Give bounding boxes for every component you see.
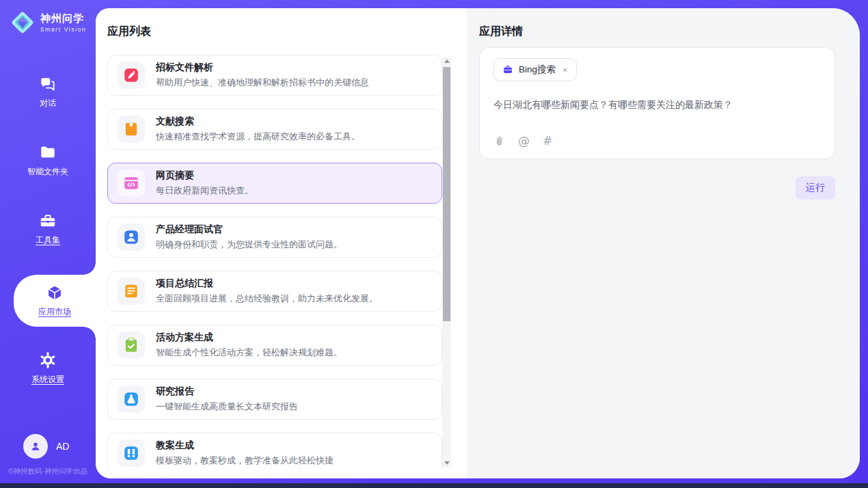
query-text[interactable]: 今日湖北有哪些新闻要点？有哪些需要关注的最新政策？ [493, 99, 821, 111]
research-icon [118, 385, 145, 413]
report-note-icon [118, 277, 145, 305]
app-card-lesson-plan[interactable]: 教案生成 模板驱动，教案秒成，教学准备从此轻松快捷 [107, 433, 442, 470]
sidebar-item-label: 工具集 [36, 234, 60, 246]
sidebar-item-label: 对话 [40, 98, 56, 109]
app-list-title: 应用列表 [107, 25, 467, 39]
cube-icon [46, 284, 64, 301]
app-card-desc: 模板驱动，教案秒成，教学准备从此轻松快捷 [156, 455, 334, 467]
briefcase-icon [502, 64, 513, 75]
folder-icon [39, 144, 57, 161]
app-card-literature-search[interactable]: 文献搜索 快速精准查找学术资源，提高研究效率的必备工具。 [107, 109, 442, 150]
chat-icon [39, 75, 57, 93]
interviewer-icon [118, 223, 145, 251]
sidebar: 神州问学 Smart Vision 对话 智能文件夹 工具集 应用市场 系统设置… [0, 0, 96, 483]
sidebar-item-label: 智能文件夹 [27, 166, 68, 178]
scrollbar[interactable] [442, 57, 451, 467]
prompt-input-card[interactable]: Bing搜索 × 今日湖北有哪些新闻要点？有哪些需要关注的最新政策？ @ # [479, 47, 835, 159]
scrollbar-thumb[interactable] [443, 67, 450, 321]
sidebar-item-label: 系统设置 [31, 374, 64, 385]
app-card-title: 网页摘要 [156, 170, 254, 182]
books-icon [118, 439, 145, 467]
close-icon[interactable]: × [562, 66, 568, 74]
avatar [23, 434, 48, 459]
sidebar-item-app-market[interactable]: 应用市场 [14, 275, 96, 327]
paperclip-icon[interactable] [493, 135, 505, 147]
app-cards: 招标文件解析 帮助用户快速、准确地理解和解析招标书中的关键信息 文献搜索 快速精… [107, 55, 442, 470]
brand: 神州问学 Smart Vision [0, 0, 96, 36]
toolbox-icon [39, 212, 57, 230]
run-button[interactable]: 运行 [796, 176, 835, 200]
app-card-desc: 智能生成个性化活动方案，轻松解决规划难题。 [156, 347, 342, 359]
app-detail-panel: 应用详情 Bing搜索 × 今日湖北有哪些新闻要点？有哪些需要关注的最新政策？ [467, 8, 860, 478]
app-card-desc: 帮助用户快速、准确地理解和解析招标书中的关键信息 [156, 77, 369, 89]
sidebar-item-label: 应用市场 [38, 306, 71, 318]
app-card-title: 研究报告 [156, 385, 298, 398]
book-icon [118, 116, 145, 143]
brand-subtitle: Smart Vision [40, 26, 86, 33]
app-card-title: 文献搜索 [156, 116, 360, 128]
sidebar-item-chat[interactable]: 对话 [0, 70, 96, 115]
app-card-web-summary[interactable]: 网页摘要 每日政府新闻资讯快查。 [107, 163, 442, 204]
app-card-desc: 明确身份和职责，为您提供专业性的面试问题。 [156, 239, 342, 251]
triangle-down-icon [444, 461, 450, 465]
tool-chip-bing-search[interactable]: Bing搜索 × [493, 58, 577, 81]
hash-icon[interactable]: # [543, 134, 552, 148]
sidebar-footer-credit: ©神州数码·神州问学出品 [0, 467, 96, 483]
input-toolbar: @ # [493, 134, 821, 148]
tool-chip-label: Bing搜索 [519, 64, 556, 76]
mention-icon[interactable]: @ [518, 134, 530, 148]
sidebar-item-smart-folders[interactable]: 智能文件夹 [0, 138, 96, 183]
app-card-bid-doc-parse[interactable]: 招标文件解析 帮助用户快速、准确地理解和解析招标书中的关键信息 [107, 55, 442, 96]
app-detail-title: 应用详情 [479, 25, 835, 39]
brand-logo-diamond-icon [10, 10, 36, 36]
app-card-event-plan[interactable]: 活动方案生成 智能生成个性化活动方案，轻松解决规划难题。 [107, 325, 442, 366]
app-card-pm-interviewer[interactable]: 产品经理面试官 明确身份和职责，为您提供专业性的面试问题。 [107, 217, 442, 258]
edit-doc-icon [118, 62, 145, 89]
app-list-panel: 应用列表 招标文件解析 帮助用户快速、准确地理解和解析招标书中的关键信息 文献搜… [96, 8, 467, 478]
scrollbar-down-button[interactable] [442, 459, 451, 467]
app-card-desc: 快速精准查找学术资源，提高研究效率的必备工具。 [156, 131, 360, 143]
user-initials: AD [56, 441, 69, 452]
content-shell: 应用列表 招标文件解析 帮助用户快速、准确地理解和解析招标书中的关键信息 文献搜… [96, 8, 860, 478]
sidebar-item-toolset[interactable]: 工具集 [0, 206, 96, 252]
app-card-title: 产品经理面试官 [156, 223, 342, 236]
app-card-title: 招标文件解析 [156, 62, 369, 74]
app-card-title: 项目总结汇报 [156, 277, 378, 290]
app-card-project-summary[interactable]: 项目总结汇报 全面回顾项目进展，总结经验教训，助力未来优化发展。 [107, 271, 442, 312]
user-row[interactable]: AD [0, 434, 96, 459]
run-row: 运行 [479, 176, 835, 200]
bottom-accent-bar [0, 483, 868, 488]
app-card-desc: 每日政府新闻资讯快查。 [156, 185, 254, 197]
app-card-title: 教案生成 [156, 439, 334, 452]
app-card-title: 活动方案生成 [156, 331, 342, 344]
scrollbar-up-button[interactable] [442, 57, 451, 66]
app-window: 神州问学 Smart Vision 对话 智能文件夹 工具集 应用市场 系统设置… [0, 0, 868, 488]
sidebar-nav: 对话 智能文件夹 工具集 应用市场 系统设置 [0, 70, 96, 414]
clipboard-check-icon [118, 331, 145, 359]
triangle-up-icon [444, 59, 450, 63]
webpage-icon [118, 170, 145, 197]
app-card-desc: 一键智能生成高质量长文本研究报告 [156, 401, 298, 413]
gear-icon [39, 351, 57, 369]
brand-name: 神州问学 [40, 12, 86, 25]
sidebar-item-settings[interactable]: 系统设置 [0, 346, 96, 391]
app-card-desc: 全面回顾项目进展，总结经验教训，助力未来优化发展。 [156, 293, 378, 305]
app-card-research-report[interactable]: 研究报告 一键智能生成高质量长文本研究报告 [107, 379, 442, 420]
